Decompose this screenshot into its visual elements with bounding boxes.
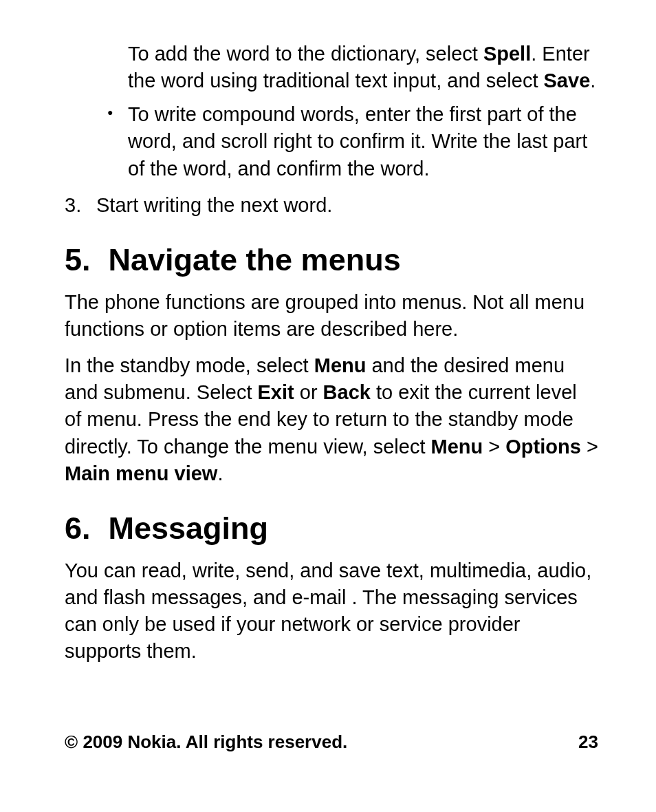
bold-menu-2: Menu [431,436,483,458]
top-continuation-block: To add the word to the dictionary, selec… [107,41,598,182]
heading-messaging: 6. Messaging [65,511,598,546]
text-run: > [483,436,505,458]
bold-menu: Menu [314,354,367,376]
bullet-text: To write compound words, enter the first… [128,101,598,182]
text-run: . [590,70,595,92]
dictionary-paragraph: To add the word to the dictionary, selec… [128,41,598,94]
document-page: To add the word to the dictionary, selec… [0,0,656,812]
bold-save: Save [544,70,591,92]
section5-paragraph-2: In the standby mode, select Menu and the… [65,352,598,487]
text-run: . [217,462,223,484]
bold-back: Back [323,381,371,403]
bold-exit: Exit [258,381,294,403]
bullet-icon [107,101,128,125]
step-3: 3. Start writing the next word. [65,192,598,219]
text-run: > [581,436,598,458]
heading-title: Navigate the menus [109,242,401,278]
heading-navigate-menus: 5. Navigate the menus [65,242,598,278]
heading-number: 5. [65,242,91,278]
step-text: Start writing the next word. [96,192,332,219]
text-run: In the standby mode, select [65,354,314,376]
compound-words-bullet: To write compound words, enter the first… [107,101,598,182]
page-footer: © 2009 Nokia. All rights reserved. 23 [65,731,598,753]
heading-number: 6. [65,511,91,546]
text-run: or [294,381,323,403]
section5-paragraph-1: The phone functions are grouped into men… [65,289,598,343]
text-run: To add the word to the dictionary, selec… [128,43,483,65]
section6-paragraph-1: You can read, write, send, and save text… [65,557,598,665]
bold-spell: Spell [483,43,531,65]
heading-title: Messaging [109,511,269,546]
step-number: 3. [65,192,96,219]
bold-options: Options [505,436,581,458]
copyright-text: © 2009 Nokia. All rights reserved. [65,731,347,753]
bold-main-menu-view: Main menu view [65,462,217,484]
page-number: 23 [578,731,598,753]
